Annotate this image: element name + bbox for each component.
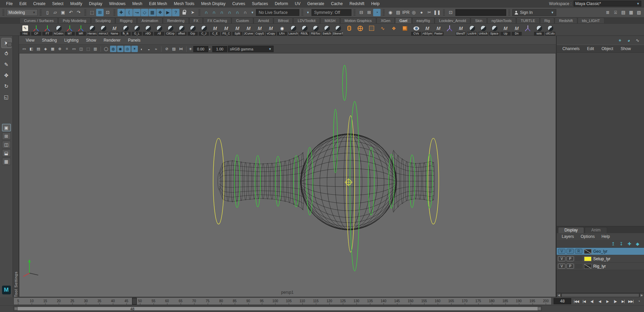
grip-handle[interactable] xyxy=(353,9,356,16)
resolution-gate-icon[interactable]: ◫ xyxy=(78,46,84,52)
output-connections-icon[interactable]: ⊞ xyxy=(365,9,373,16)
layer-row-rig-lyr[interactable]: VPRig_lyr xyxy=(557,263,644,270)
grip-handle[interactable] xyxy=(383,9,385,16)
tool-settings-tab[interactable]: Tool Settings xyxy=(13,36,19,297)
scrollbar-thumb[interactable] xyxy=(561,293,639,297)
shelf-item-polydiamond[interactable]: ❖ xyxy=(388,24,399,36)
layer-reference-toggle[interactable] xyxy=(575,264,582,269)
menu-windows[interactable]: Windows xyxy=(106,1,129,7)
shelf-tab-rig[interactable]: Rig xyxy=(540,18,555,23)
shelf-item-paster[interactable]: MPaster xyxy=(433,24,444,36)
motion-blur-icon[interactable]: ≈ xyxy=(153,46,159,52)
exposure-value[interactable]: 0.00 xyxy=(193,46,208,52)
shelf-item-dn[interactable]: MDn xyxy=(511,24,522,36)
shelf-item-ft[interactable]: FT xyxy=(42,24,53,36)
layer-editor-menu-help[interactable]: Help xyxy=(598,234,613,239)
cut-render-icon[interactable]: ✂ xyxy=(426,9,433,16)
object-selection-icon[interactable]: ⊡ xyxy=(447,9,454,16)
layer-scrollbar[interactable]: ◀ ▶ xyxy=(557,293,644,297)
attribute-editor-toggle-icon[interactable]: ▤ xyxy=(620,9,627,16)
grip-handle[interactable] xyxy=(40,9,42,16)
layer-editor-menu-options[interactable]: Options xyxy=(578,234,598,239)
textured-icon[interactable]: ◉ xyxy=(117,46,124,52)
persp-outliner-layout[interactable]: ◫ xyxy=(2,141,11,148)
snap-curves-icon[interactable]: ⟨ xyxy=(125,9,133,16)
shelf-item-fk-ik[interactable]: fk_ik xyxy=(120,24,131,36)
step-forward-frame-button[interactable]: ▶| xyxy=(619,298,627,305)
shelf-tab-rigging[interactable]: Rigging xyxy=(115,18,137,23)
shelf-item-joint2[interactable] xyxy=(522,24,533,36)
layer-editor-tab-display[interactable]: Display xyxy=(558,227,584,233)
selection-input[interactable] xyxy=(455,9,506,16)
tool-settings-toggle-icon[interactable]: ▦ xyxy=(627,9,635,16)
shelf-item-mirrorj[interactable]: mirrorJ xyxy=(98,24,109,36)
layer-color-swatch[interactable] xyxy=(584,257,592,261)
grip-handle[interactable] xyxy=(2,9,4,16)
occlusion-icon[interactable]: ◒ xyxy=(146,46,152,52)
shelf-tab-fx[interactable]: FX xyxy=(189,18,203,23)
shelf-item-ps-c[interactable]: MPS_C xyxy=(221,24,232,36)
shelf-item-ctlcolo[interactable]: ctlColo xyxy=(545,24,556,36)
save-scene-icon[interactable]: ▣ xyxy=(59,9,67,16)
render-current-frame-icon[interactable]: ◉ xyxy=(387,9,394,16)
menu-uv[interactable]: UV xyxy=(292,1,304,7)
paint-selection-tool[interactable]: ✎ xyxy=(1,60,12,70)
shelf-item-sets[interactable]: sets xyxy=(534,24,544,36)
shelf-item-blendt[interactable]: MBlendT xyxy=(455,24,466,36)
shelf-tab-easyrig[interactable]: easyRig xyxy=(412,18,434,23)
shelf-item-polycyl[interactable] xyxy=(344,24,355,36)
shelf-tab-lookdev-arnold[interactable]: Lookdev_Arnold xyxy=(435,18,471,23)
new-scene-icon[interactable]: ▯ xyxy=(44,9,51,16)
lock-camera-icon[interactable]: ◧ xyxy=(28,46,35,52)
undo-icon[interactable]: ↶ xyxy=(67,9,74,16)
menu-curves[interactable]: Curves xyxy=(229,1,249,7)
grid-display-icon[interactable]: ⌗ xyxy=(64,46,70,52)
shelf-tab-custom[interactable]: Custom xyxy=(232,18,253,23)
channel-box-menu-edit[interactable]: Edit xyxy=(584,46,597,51)
layer-editor-tab-anim[interactable]: Anim xyxy=(585,227,607,233)
layer-visible-toggle[interactable]: V xyxy=(558,264,565,269)
shelf-item-absym[interactable]: MABSym xyxy=(422,24,433,36)
layer-visible-toggle[interactable]: V xyxy=(558,256,565,261)
shadows-icon[interactable]: ◐ xyxy=(138,46,145,52)
select-by-component-icon[interactable]: ⊡ xyxy=(104,9,111,16)
shaded-icon[interactable]: ◍ xyxy=(110,46,116,52)
grip-handle[interactable] xyxy=(301,9,303,16)
menu-file[interactable]: File xyxy=(3,1,16,7)
range-end-handle[interactable] xyxy=(538,307,541,310)
exposure-icon[interactable]: ☀ xyxy=(189,47,192,51)
shelf-tab-mash[interactable]: MASH xyxy=(320,18,340,23)
gamma-selector[interactable]: sRGB gamma▼ xyxy=(228,46,274,52)
wireframe-on-shaded-icon[interactable]: ◎ xyxy=(124,46,131,52)
shelf-item-rib3l[interactable]: Rib3L xyxy=(299,24,310,36)
shelf-item-c-e[interactable]: MC_E xyxy=(210,24,220,36)
lock-selection-icon[interactable] xyxy=(180,9,188,16)
menu-generate[interactable]: Generate xyxy=(304,1,327,7)
shelf-item-name[interactable]: MName xyxy=(109,24,120,36)
grip-handle[interactable] xyxy=(508,9,510,16)
shelf-item-g-l[interactable]: G_L xyxy=(131,24,142,36)
menu-mesh-tools[interactable]: Mesh Tools xyxy=(171,1,198,7)
grip-handle[interactable] xyxy=(84,9,86,16)
range-track[interactable]: 48 xyxy=(14,306,542,311)
show-manipulators-icon[interactable]: ⚹ xyxy=(617,37,623,43)
snap-to-grid-icon[interactable]: ∩ xyxy=(202,9,210,16)
joints-xray-icon[interactable]: ⋈ xyxy=(178,46,184,52)
menu-deform[interactable]: Deform xyxy=(271,1,291,7)
shelf-item-offset[interactable]: offset xyxy=(176,24,187,36)
render-region-icon[interactable]: ◎ xyxy=(410,9,417,16)
shelf-tab-ldvtoolkit[interactable]: LDVToolkit xyxy=(293,18,320,23)
channel-box-body[interactable] xyxy=(557,53,644,226)
shelf-tab-rendering[interactable]: Rendering xyxy=(163,18,189,23)
shelf-item-ctlgrp[interactable]: CtlGrp xyxy=(165,24,176,36)
ipr-tune-icon[interactable]: IPR xyxy=(402,9,410,16)
layer-color-swatch[interactable] xyxy=(584,264,592,269)
shelf-item-grp[interactable]: Grp xyxy=(187,24,198,36)
shelf-item-space[interactable]: Space xyxy=(489,24,500,36)
shelf-item-ngskin[interactable]: NGskin xyxy=(53,24,64,36)
add-selected-to-layer-icon[interactable]: ✚ xyxy=(626,241,632,246)
shelf-item-vcopy[interactable]: MvCopy xyxy=(265,24,276,36)
shelf-tab-animation[interactable]: Animation xyxy=(137,18,163,23)
graph-overlay-icon[interactable]: ∿ xyxy=(635,37,641,43)
scroll-left-icon[interactable]: ◀ xyxy=(557,293,561,297)
